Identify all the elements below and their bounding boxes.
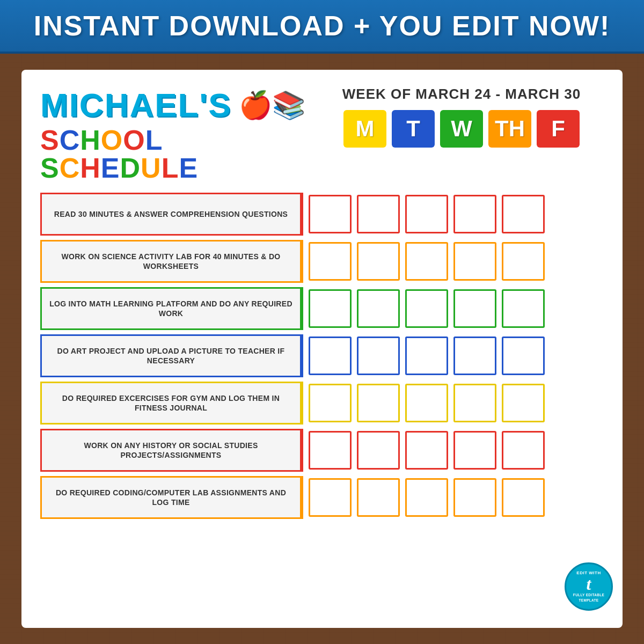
check-wed-4[interactable] bbox=[405, 336, 448, 375]
day-wednesday: W bbox=[440, 110, 483, 148]
wood-background: INSTANT DOWNLOAD + YOU EDIT NOW! MICHAEL… bbox=[0, 0, 644, 644]
check-thu-4[interactable] bbox=[453, 336, 496, 375]
title-section: MICHAEL'S 🍎📚 SCHOOL SCHEDULE bbox=[40, 86, 309, 182]
task-history: WORK ON ANY HISTORY OR SOCIAL STUDIES PR… bbox=[40, 429, 303, 472]
check-wed-3[interactable] bbox=[405, 289, 448, 328]
task-gym: DO REQUIRED EXCERCISES FOR GYM AND LOG T… bbox=[40, 382, 303, 425]
check-cells-art bbox=[303, 334, 604, 377]
check-mon-6[interactable] bbox=[309, 431, 352, 470]
michaels-line: MICHAEL'S 🍎📚 bbox=[40, 86, 309, 124]
books-icon: 🍎📚 bbox=[239, 90, 305, 121]
templett-badge: EDIT WITH t FULLY EDITABLE TEMPLATE bbox=[565, 562, 613, 611]
check-mon-4[interactable] bbox=[309, 336, 352, 375]
check-fri-5[interactable] bbox=[502, 384, 545, 422]
templett-t-letter: t bbox=[587, 575, 591, 592]
check-wed-6[interactable] bbox=[405, 431, 448, 470]
table-row: WORK ON ANY HISTORY OR SOCIAL STUDIES PR… bbox=[40, 429, 604, 472]
check-tue-2[interactable] bbox=[357, 242, 400, 281]
check-tue-1[interactable] bbox=[357, 195, 400, 233]
table-row: DO REQUIRED CODING/COMPUTER LAB ASSIGNME… bbox=[40, 476, 604, 519]
check-fri-4[interactable] bbox=[502, 336, 545, 375]
check-cells-math bbox=[303, 287, 604, 330]
day-friday: F bbox=[537, 110, 580, 148]
check-tue-3[interactable] bbox=[357, 289, 400, 328]
day-thursday: TH bbox=[488, 110, 531, 148]
main-card: MICHAEL'S 🍎📚 SCHOOL SCHEDULE WEEK OF MAR… bbox=[21, 70, 623, 628]
check-cells-reading bbox=[303, 193, 604, 236]
task-math: LOG INTO MATH LEARNING PLATFORM AND DO A… bbox=[40, 287, 303, 330]
check-thu-7[interactable] bbox=[453, 478, 496, 517]
top-banner: INSTANT DOWNLOAD + YOU EDIT NOW! bbox=[0, 0, 644, 54]
task-art: DO ART PROJECT AND UPLOAD A PICTURE TO T… bbox=[40, 334, 303, 377]
check-thu-6[interactable] bbox=[453, 431, 496, 470]
day-headers: M T W TH F bbox=[343, 110, 580, 148]
task-reading: READ 30 MINUTES & ANSWER COMPREHENSION Q… bbox=[40, 193, 303, 236]
check-mon-3[interactable] bbox=[309, 289, 352, 328]
check-tue-6[interactable] bbox=[357, 431, 400, 470]
check-mon-2[interactable] bbox=[309, 242, 352, 281]
table-row: READ 30 MINUTES & ANSWER COMPREHENSION Q… bbox=[40, 193, 604, 236]
check-mon-1[interactable] bbox=[309, 195, 352, 233]
check-fri-1[interactable] bbox=[502, 195, 545, 233]
check-cells-history bbox=[303, 429, 604, 472]
check-wed-2[interactable] bbox=[405, 242, 448, 281]
check-cells-coding bbox=[303, 476, 604, 519]
schedule-grid: READ 30 MINUTES & ANSWER COMPREHENSION Q… bbox=[40, 193, 604, 612]
check-fri-7[interactable] bbox=[502, 478, 545, 517]
task-science: WORK ON SCIENCE ACTIVITY LAB FOR 40 MINU… bbox=[40, 240, 303, 283]
check-thu-3[interactable] bbox=[453, 289, 496, 328]
school-schedule-title: SCHOOL SCHEDULE bbox=[40, 126, 309, 182]
day-tuesday: T bbox=[392, 110, 435, 148]
check-wed-1[interactable] bbox=[405, 195, 448, 233]
check-wed-5[interactable] bbox=[405, 384, 448, 422]
check-cells-gym bbox=[303, 382, 604, 425]
check-mon-5[interactable] bbox=[309, 384, 352, 422]
check-fri-6[interactable] bbox=[502, 431, 545, 470]
table-row: WORK ON SCIENCE ACTIVITY LAB FOR 40 MINU… bbox=[40, 240, 604, 283]
check-tue-5[interactable] bbox=[357, 384, 400, 422]
table-row: DO REQUIRED EXCERCISES FOR GYM AND LOG T… bbox=[40, 382, 604, 425]
check-fri-3[interactable] bbox=[502, 289, 545, 328]
table-row: DO ART PROJECT AND UPLOAD A PICTURE TO T… bbox=[40, 334, 604, 377]
banner-text: INSTANT DOWNLOAD + YOU EDIT NOW! bbox=[0, 10, 644, 42]
check-thu-2[interactable] bbox=[453, 242, 496, 281]
table-row: LOG INTO MATH LEARNING PLATFORM AND DO A… bbox=[40, 287, 604, 330]
header-row: MICHAEL'S 🍎📚 SCHOOL SCHEDULE WEEK OF MAR… bbox=[40, 86, 604, 182]
check-tue-7[interactable] bbox=[357, 478, 400, 517]
week-section: WEEK OF MARCH 24 - MARCH 30 M T W TH F bbox=[309, 86, 604, 148]
check-tue-4[interactable] bbox=[357, 336, 400, 375]
check-wed-7[interactable] bbox=[405, 478, 448, 517]
day-monday: M bbox=[343, 110, 386, 148]
week-title: WEEK OF MARCH 24 - MARCH 30 bbox=[342, 86, 581, 103]
check-thu-5[interactable] bbox=[453, 384, 496, 422]
student-name: MICHAEL'S bbox=[40, 86, 232, 124]
check-thu-1[interactable] bbox=[453, 195, 496, 233]
check-cells-science bbox=[303, 240, 604, 283]
templett-sublabel: FULLY EDITABLE TEMPLATE bbox=[566, 592, 611, 602]
check-mon-7[interactable] bbox=[309, 478, 352, 517]
task-coding: DO REQUIRED CODING/COMPUTER LAB ASSIGNME… bbox=[40, 476, 303, 519]
check-fri-2[interactable] bbox=[502, 242, 545, 281]
